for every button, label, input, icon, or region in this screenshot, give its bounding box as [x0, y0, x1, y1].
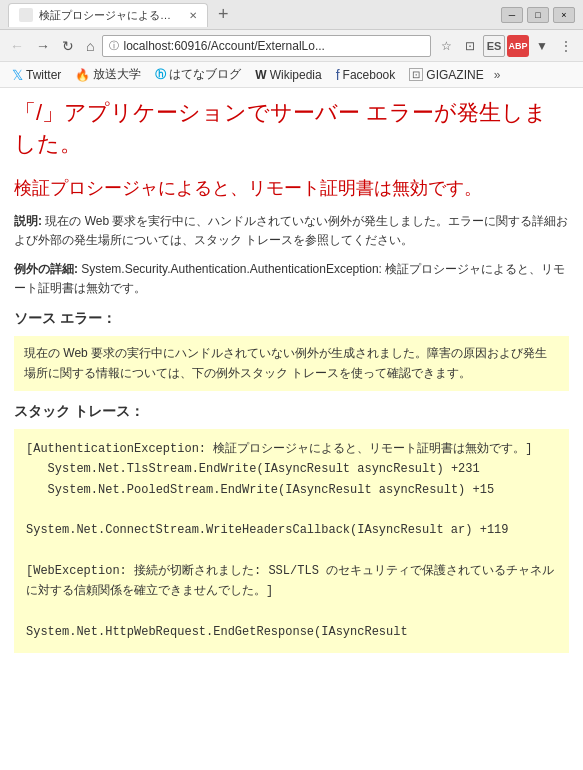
minimize-button[interactable]: ─ — [501, 7, 523, 23]
example-detail-section: 例外の詳細: System.Security.Authentication.Au… — [14, 260, 569, 298]
bookmark-gigazine[interactable]: ⊡ GIGAZINE — [403, 66, 489, 84]
bookmark-facebook-label: Facebook — [343, 68, 396, 82]
description-section: 説明: 現在の Web 要求を実行中に、ハンドルされていない例外が発生しました。… — [14, 212, 569, 250]
abp-button[interactable]: ABP — [507, 35, 529, 57]
back-button[interactable]: ← — [6, 36, 28, 56]
source-error-title: ソース エラー： — [14, 310, 569, 328]
bookmark-wikipedia[interactable]: W Wikipedia — [249, 66, 327, 84]
nav-bar: ← → ↻ ⌂ ⓘ localhost:60916/Account/Extern… — [0, 30, 583, 62]
tab-label: 検証プロシージャによると、リ... — [39, 8, 179, 23]
tab-close-button[interactable]: ✕ — [189, 10, 197, 21]
description-label: 説明: — [14, 214, 42, 228]
bookmark-housouda-label: 放送大学 — [93, 66, 141, 83]
title-bar: 検証プロシージャによると、リ... ✕ + ─ □ × — [0, 0, 583, 30]
address-lock-icon: ⓘ — [109, 39, 119, 53]
es-button[interactable]: ES — [483, 35, 505, 57]
tab-favicon — [19, 8, 33, 22]
bookmarks-bar: 𝕏 Twitter 🔥 放送大学 ⓗ はてなブログ W Wikipedia f … — [0, 62, 583, 88]
bookmark-twitter-label: Twitter — [26, 68, 61, 82]
browser-tab[interactable]: 検証プロシージャによると、リ... ✕ — [8, 3, 208, 27]
wikipedia-icon: W — [255, 68, 266, 82]
home-button[interactable]: ⌂ — [82, 36, 98, 56]
page-content: 「/」アプリケーションでサーバー エラーが発生しました。 検証プロシージャによる… — [0, 88, 583, 663]
bookmark-hatena-label: はてなブログ — [169, 66, 241, 83]
bookmark-wikipedia-label: Wikipedia — [270, 68, 322, 82]
facebook-icon: f — [336, 67, 340, 83]
menu-button[interactable]: ⋮ — [555, 35, 577, 57]
bookmark-hatena[interactable]: ⓗ はてなブログ — [149, 64, 247, 85]
new-tab-button[interactable]: + — [218, 4, 229, 25]
address-text: localhost:60916/Account/ExternalLo... — [123, 39, 424, 53]
reload-button[interactable]: ↻ — [58, 36, 78, 56]
bookmark-button[interactable]: ⊡ — [459, 35, 481, 57]
gigazine-icon: ⊡ — [409, 68, 423, 81]
bookmark-twitter[interactable]: 𝕏 Twitter — [6, 65, 67, 85]
description-text: 現在の Web 要求を実行中に、ハンドルされていない例外が発生しました。エラーに… — [14, 214, 568, 247]
expand-button[interactable]: ▼ — [531, 35, 553, 57]
star-button[interactable]: ☆ — [435, 35, 457, 57]
bookmark-housouda[interactable]: 🔥 放送大学 — [69, 64, 147, 85]
bookmark-gigazine-label: GIGAZINE — [426, 68, 483, 82]
close-button[interactable]: × — [553, 7, 575, 23]
address-bar[interactable]: ⓘ localhost:60916/Account/ExternalLo... — [102, 35, 431, 57]
bookmarks-more-button[interactable]: » — [492, 66, 503, 84]
server-error-title: 「/」アプリケーションでサーバー エラーが発生しました。 — [14, 98, 569, 160]
stack-trace-box: [AuthenticationException: 検証プロシージャによると、リ… — [14, 429, 569, 653]
hatena-icon: ⓗ — [155, 67, 166, 82]
remote-cert-error-heading: 検証プロシージャによると、リモート証明書は無効です。 — [14, 176, 569, 200]
stack-trace-title: スタック トレース： — [14, 403, 569, 421]
source-error-box: 現在の Web 要求の実行中にハンドルされていない例外が生成されました。障害の原… — [14, 336, 569, 390]
example-text: System.Security.Authentication.Authentic… — [14, 262, 565, 295]
forward-button[interactable]: → — [32, 36, 54, 56]
bookmark-facebook[interactable]: f Facebook — [330, 65, 402, 85]
twitter-icon: 𝕏 — [12, 67, 23, 83]
window-controls: ─ □ × — [501, 7, 575, 23]
maximize-button[interactable]: □ — [527, 7, 549, 23]
example-label: 例外の詳細: — [14, 262, 78, 276]
housouda-icon: 🔥 — [75, 68, 90, 82]
nav-icons: ☆ ⊡ ES ABP ▼ ⋮ — [435, 35, 577, 57]
